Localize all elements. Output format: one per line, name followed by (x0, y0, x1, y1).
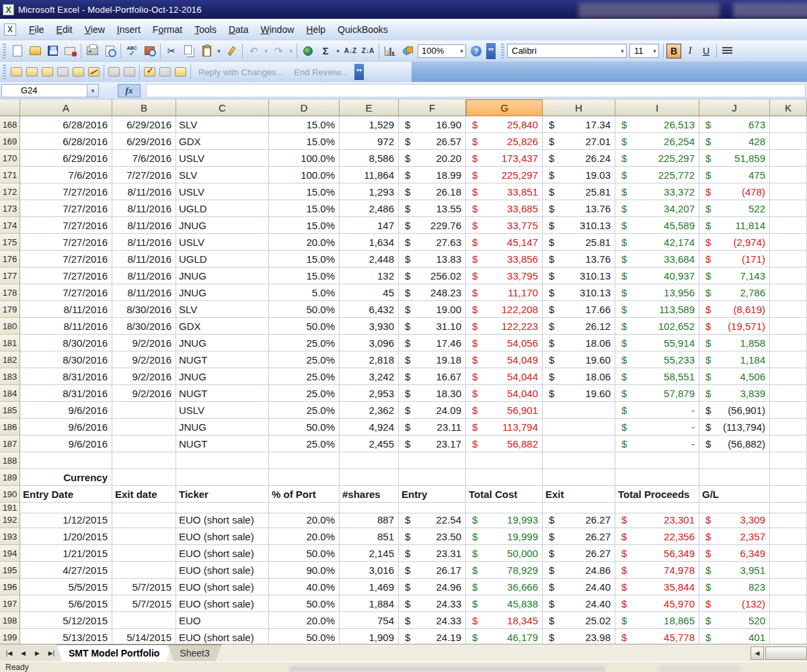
sheet-tab-sheet3[interactable]: Sheet3 (167, 644, 221, 661)
cell-D170[interactable]: 100.0% (269, 150, 340, 167)
column-header-K[interactable]: K (770, 99, 807, 116)
cell-A185[interactable]: 9/6/2016 (20, 402, 112, 419)
cell-C182[interactable]: NUGT (176, 351, 269, 368)
cell-C169[interactable]: GDX (176, 133, 269, 150)
row-header-168[interactable]: 168 (0, 116, 20, 133)
cell-H184[interactable]: $19.60 (543, 385, 615, 402)
open-button[interactable] (27, 43, 43, 59)
row-header-170[interactable]: 170 (0, 150, 20, 167)
cell-I173[interactable]: $34,207 (615, 200, 699, 217)
next-sheet-button[interactable]: ▶ (31, 647, 44, 659)
cell-D178[interactable]: 5.0% (269, 284, 340, 301)
cell-A180[interactable]: 8/11/2016 (20, 318, 112, 335)
cell-K177[interactable] (770, 267, 807, 284)
cell-K198[interactable] (770, 612, 807, 629)
cell-F199[interactable]: $24.19 (399, 629, 466, 644)
cell-A197[interactable]: 5/6/2015 (20, 595, 112, 612)
previous-change-icon[interactable] (108, 67, 120, 77)
cell-J193[interactable]: $2,357 (699, 528, 770, 545)
cell-I183[interactable]: $58,551 (615, 368, 699, 385)
cell-D192[interactable]: 20.0% (269, 511, 340, 528)
row-header-175[interactable]: 175 (0, 234, 20, 251)
cell-K188[interactable] (770, 452, 807, 469)
scroll-left-button[interactable]: ◀ (751, 646, 764, 660)
cell-D193[interactable]: 20.0% (269, 528, 340, 545)
cell-H186[interactable] (543, 419, 615, 435)
cell-B173[interactable]: 8/11/2016 (112, 200, 176, 217)
cell-D182[interactable]: 25.0% (269, 351, 340, 368)
cell-K197[interactable] (770, 595, 807, 612)
cell-G182[interactable]: $54,049 (466, 351, 543, 368)
cell-F185[interactable]: $24.09 (399, 402, 466, 419)
cell-B196[interactable]: 5/7/2015 (112, 579, 176, 595)
cell-C174[interactable]: JNUG (176, 217, 269, 234)
cell-E186[interactable]: 4,924 (340, 419, 399, 435)
cell-H199[interactable]: $23.98 (543, 629, 615, 644)
cell-B186[interactable] (112, 419, 176, 435)
cell-E195[interactable]: 3,016 (340, 562, 399, 579)
cell-E187[interactable]: 2,455 (340, 435, 399, 452)
column-header-G[interactable]: G (466, 99, 543, 116)
cell-C192[interactable]: EUO (short sale) (176, 511, 269, 528)
cell-A198[interactable]: 5/12/2015 (20, 612, 112, 629)
cell-I178[interactable]: $13,956 (615, 284, 699, 301)
cell-E194[interactable]: 2,145 (340, 545, 399, 562)
column-header-I[interactable]: I (615, 99, 699, 116)
cell-J196[interactable]: $823 (699, 579, 770, 595)
cell-J183[interactable]: $4,506 (699, 368, 770, 385)
cell-D177[interactable]: 15.0% (269, 267, 340, 284)
row-header-177[interactable]: 177 (0, 267, 20, 284)
cell-F180[interactable]: $31.10 (399, 318, 466, 335)
cell-J174[interactable]: $11,814 (699, 217, 770, 234)
cell-C177[interactable]: JNUG (176, 267, 269, 284)
cell-K182[interactable] (770, 351, 807, 368)
cell-I171[interactable]: $225,772 (615, 167, 699, 183)
row-header-180[interactable]: 180 (0, 318, 20, 335)
cell-D179[interactable]: 50.0% (269, 301, 340, 318)
cell-K187[interactable] (770, 435, 807, 452)
cell-C189[interactable] (176, 469, 269, 486)
cell-G174[interactable]: $33,775 (466, 217, 543, 234)
cell-F171[interactable]: $18.99 (399, 167, 466, 183)
last-sheet-button[interactable]: ▶| (45, 647, 58, 659)
cell-H187[interactable] (543, 435, 615, 452)
research-button[interactable] (141, 43, 157, 59)
cell-C186[interactable]: JNUG (176, 419, 269, 435)
row-header-194[interactable]: 194 (0, 545, 20, 562)
cell-F184[interactable]: $18.30 (399, 385, 466, 402)
cell-C176[interactable]: UGLD (176, 251, 269, 267)
new-document-button[interactable] (9, 43, 26, 59)
row-header-193[interactable]: 193 (0, 528, 20, 545)
cell-F179[interactable]: $19.00 (399, 301, 466, 318)
cell-C188[interactable] (176, 452, 269, 469)
row-header-188[interactable]: 188 (0, 452, 20, 469)
cell-C171[interactable]: SLV (176, 167, 269, 183)
autosum-dropdown[interactable]: ▾ (334, 48, 342, 54)
cell-E197[interactable]: 1,884 (340, 595, 399, 612)
save-button[interactable] (44, 43, 61, 59)
cell-A193[interactable]: 1/20/2015 (20, 528, 112, 545)
cell-C187[interactable]: NUGT (176, 435, 269, 452)
cell-G170[interactable]: $173,437 (466, 150, 543, 167)
permission-button[interactable] (62, 43, 78, 59)
reply-with-changes-button[interactable]: Reply with Changes... (198, 67, 283, 77)
cell-D188[interactable] (269, 452, 340, 469)
cell-E192[interactable]: 887 (340, 511, 399, 528)
cell-A169[interactable]: 6/28/2016 (20, 133, 112, 150)
scrollbar-thumb[interactable] (765, 646, 807, 660)
cell-C185[interactable]: USLV (176, 402, 269, 419)
cell-B197[interactable]: 5/7/2015 (112, 595, 176, 612)
cell-E183[interactable]: 3,242 (340, 368, 399, 385)
show-comment-icon[interactable] (57, 67, 69, 77)
cell-D187[interactable]: 25.0% (269, 435, 340, 452)
cell-B198[interactable] (112, 612, 176, 629)
cell-I179[interactable]: $113,589 (615, 301, 699, 318)
cell-G183[interactable]: $54,044 (466, 368, 543, 385)
cell-C195[interactable]: EUO (short sale) (176, 562, 269, 579)
menu-file[interactable]: File (23, 21, 50, 38)
toolbar-grip[interactable] (3, 65, 6, 79)
cell-B170[interactable]: 7/6/2016 (112, 150, 176, 167)
cell-E178[interactable]: 45 (340, 284, 399, 301)
cell-F174[interactable]: $229.76 (399, 217, 466, 234)
cell-A196[interactable]: 5/5/2015 (20, 579, 112, 595)
